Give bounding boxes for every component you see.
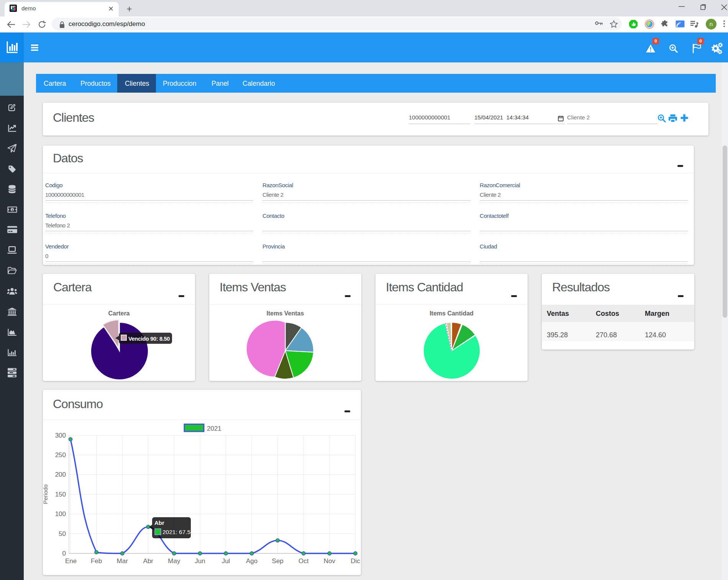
svg-text:1: 1 [11, 208, 13, 212]
